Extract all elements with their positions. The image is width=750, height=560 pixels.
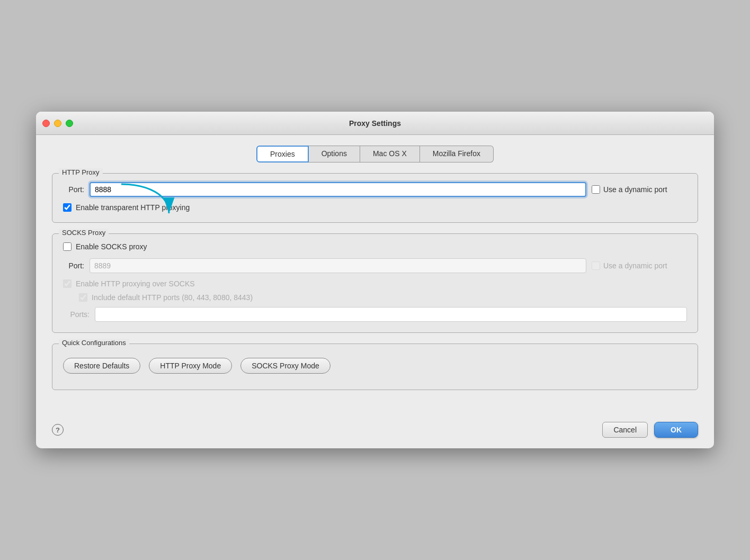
tab-macosx[interactable]: Mac OS X bbox=[360, 146, 420, 162]
socks-http-over-socks-checkbox[interactable] bbox=[63, 279, 72, 288]
socks-proxy-title: SOCKS Proxy bbox=[59, 229, 109, 237]
tab-options[interactable]: Options bbox=[309, 146, 360, 162]
help-button[interactable]: ? bbox=[52, 424, 64, 436]
http-port-label: Port: bbox=[63, 185, 84, 194]
http-transparent-row: Enable transparent HTTP proxying bbox=[63, 203, 687, 212]
socks-ports-label: Ports: bbox=[63, 310, 90, 319]
http-proxy-section: HTTP Proxy Port: Use a dynamic bbox=[52, 173, 698, 223]
socks-enable-row: Enable SOCKS proxy bbox=[63, 242, 687, 251]
cancel-button[interactable]: Cancel bbox=[602, 422, 648, 438]
socks-include-ports-checkbox[interactable] bbox=[79, 293, 87, 302]
titlebar: Proxy Settings bbox=[36, 112, 714, 135]
socks-dynamic-port-row: Use a dynamic port bbox=[592, 261, 687, 270]
proxy-settings-window: Proxy Settings Proxies Options Mac OS X … bbox=[36, 112, 714, 448]
http-transparent-label: Enable transparent HTTP proxying bbox=[76, 203, 190, 212]
socks-ports-row: Ports: bbox=[63, 307, 687, 322]
traffic-lights bbox=[42, 120, 73, 127]
quick-config-section: Quick Configurations Restore Defaults HT… bbox=[52, 344, 698, 390]
tab-firefox[interactable]: Mozilla Firefox bbox=[420, 146, 494, 162]
restore-defaults-button[interactable]: Restore Defaults bbox=[63, 358, 140, 374]
minimize-button[interactable] bbox=[54, 120, 61, 127]
socks-port-row: Port: Use a dynamic port bbox=[63, 258, 687, 273]
socks-dynamic-port-label: Use a dynamic port bbox=[603, 261, 667, 270]
socks-enable-checkbox[interactable] bbox=[63, 242, 72, 251]
http-proxy-title: HTTP Proxy bbox=[59, 168, 103, 176]
quick-config-buttons: Restore Defaults HTTP Proxy Mode SOCKS P… bbox=[63, 353, 687, 379]
socks-include-ports-label: Include default HTTP ports (80, 443, 808… bbox=[92, 293, 253, 302]
socks-port-input[interactable] bbox=[90, 258, 586, 273]
socks-dynamic-port-checkbox[interactable] bbox=[592, 261, 600, 270]
socks-http-over-socks-label: Enable HTTP proxying over SOCKS bbox=[76, 279, 195, 288]
maximize-button[interactable] bbox=[66, 120, 73, 127]
socks-proxy-mode-button[interactable]: SOCKS Proxy Mode bbox=[240, 358, 331, 374]
ok-button[interactable]: OK bbox=[654, 422, 698, 438]
socks-enable-label: Enable SOCKS proxy bbox=[76, 242, 147, 251]
footer: ? Cancel OK bbox=[36, 417, 714, 448]
socks-http-over-socks-row: Enable HTTP proxying over SOCKS bbox=[63, 279, 687, 288]
http-proxy-mode-button[interactable]: HTTP Proxy Mode bbox=[149, 358, 232, 374]
socks-proxy-section: SOCKS Proxy Enable SOCKS proxy Port: Use… bbox=[52, 233, 698, 333]
http-transparent-checkbox[interactable] bbox=[63, 203, 72, 212]
socks-port-label: Port: bbox=[63, 261, 84, 270]
http-dynamic-port-label: Use a dynamic port bbox=[603, 185, 667, 194]
socks-ports-input[interactable] bbox=[95, 307, 687, 322]
http-dynamic-port-checkbox[interactable] bbox=[592, 185, 600, 194]
http-port-row: Port: Use a dynamic port bbox=[63, 182, 687, 197]
window-title: Proxy Settings bbox=[349, 119, 401, 128]
main-content: Proxies Options Mac OS X Mozilla Firefox… bbox=[36, 135, 714, 417]
http-dynamic-port-row: Use a dynamic port bbox=[592, 185, 687, 194]
quick-config-title: Quick Configurations bbox=[59, 339, 129, 347]
socks-include-ports-row: Include default HTTP ports (80, 443, 808… bbox=[79, 293, 687, 302]
close-button[interactable] bbox=[42, 120, 50, 127]
tab-bar: Proxies Options Mac OS X Mozilla Firefox bbox=[52, 146, 698, 162]
http-port-input[interactable] bbox=[90, 182, 586, 197]
tab-proxies[interactable]: Proxies bbox=[256, 146, 309, 162]
